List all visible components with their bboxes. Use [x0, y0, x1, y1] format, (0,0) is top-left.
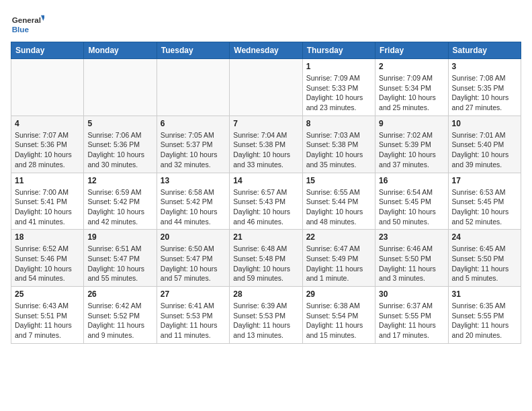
week-row-2: 4Sunrise: 7:07 AMSunset: 5:36 PMDaylight…: [11, 116, 521, 173]
day-cell: 6Sunrise: 7:05 AMSunset: 5:37 PMDaylight…: [157, 116, 229, 173]
weekday-header-tuesday: Tuesday: [157, 42, 229, 59]
day-info: Sunrise: 6:47 AMSunset: 5:49 PMDaylight:…: [306, 244, 371, 283]
calendar-table: SundayMondayTuesdayWednesdayThursdayFrid…: [11, 42, 521, 344]
day-cell: 28Sunrise: 6:39 AMSunset: 5:53 PMDayligh…: [230, 287, 302, 344]
day-cell: 14Sunrise: 6:57 AMSunset: 5:43 PMDayligh…: [230, 173, 302, 230]
day-cell: 18Sunrise: 6:52 AMSunset: 5:46 PMDayligh…: [11, 230, 84, 287]
day-cell: 13Sunrise: 6:58 AMSunset: 5:42 PMDayligh…: [157, 173, 229, 230]
weekday-header-friday: Friday: [375, 42, 448, 59]
day-number: 23: [379, 232, 444, 242]
day-info: Sunrise: 7:02 AMSunset: 5:39 PMDaylight:…: [379, 130, 444, 170]
svg-marker-2: [41, 15, 44, 21]
day-info: Sunrise: 6:57 AMSunset: 5:43 PMDaylight:…: [233, 187, 298, 227]
week-row-1: 1Sunrise: 7:09 AMSunset: 5:33 PMDaylight…: [11, 59, 521, 116]
day-number: 14: [233, 176, 298, 185]
day-info: Sunrise: 6:51 AMSunset: 5:47 PMDaylight:…: [87, 244, 152, 283]
day-info: Sunrise: 7:03 AMSunset: 5:38 PMDaylight:…: [306, 130, 371, 170]
day-info: Sunrise: 6:50 AMSunset: 5:47 PMDaylight:…: [161, 244, 226, 283]
day-info: Sunrise: 6:48 AMSunset: 5:48 PMDaylight:…: [233, 244, 298, 283]
week-row-4: 18Sunrise: 6:52 AMSunset: 5:46 PMDayligh…: [11, 230, 521, 287]
day-info: Sunrise: 7:04 AMSunset: 5:38 PMDaylight:…: [233, 130, 298, 170]
day-info: Sunrise: 6:37 AMSunset: 5:55 PMDaylight:…: [379, 301, 444, 340]
day-info: Sunrise: 6:42 AMSunset: 5:52 PMDaylight:…: [87, 301, 152, 340]
day-number: 8: [306, 119, 371, 128]
day-number: 19: [87, 232, 152, 242]
day-number: 15: [306, 176, 371, 185]
day-info: Sunrise: 7:09 AMSunset: 5:34 PMDaylight:…: [379, 73, 444, 113]
day-number: 25: [15, 289, 80, 299]
day-number: 9: [379, 119, 444, 128]
weekday-header-thursday: Thursday: [302, 42, 375, 59]
day-cell: 11Sunrise: 7:00 AMSunset: 5:41 PMDayligh…: [11, 173, 84, 230]
day-info: Sunrise: 6:43 AMSunset: 5:51 PMDaylight:…: [15, 301, 80, 340]
day-number: 2: [379, 62, 444, 71]
day-number: 12: [87, 176, 152, 185]
weekday-header-monday: Monday: [84, 42, 157, 59]
week-row-3: 11Sunrise: 7:00 AMSunset: 5:41 PMDayligh…: [11, 173, 521, 230]
header: General Blue: [11, 11, 521, 38]
day-number: 6: [161, 119, 226, 128]
day-info: Sunrise: 6:38 AMSunset: 5:54 PMDaylight:…: [306, 301, 371, 340]
day-cell: [11, 59, 84, 116]
day-info: Sunrise: 6:46 AMSunset: 5:50 PMDaylight:…: [379, 244, 444, 283]
day-cell: 8Sunrise: 7:03 AMSunset: 5:38 PMDaylight…: [302, 116, 375, 173]
day-cell: 3Sunrise: 7:08 AMSunset: 5:35 PMDaylight…: [448, 59, 521, 116]
weekday-header-wednesday: Wednesday: [230, 42, 302, 59]
svg-text:Blue: Blue: [12, 25, 30, 34]
day-cell: 26Sunrise: 6:42 AMSunset: 5:52 PMDayligh…: [84, 287, 157, 344]
day-number: 10: [452, 119, 517, 128]
day-number: 27: [161, 289, 226, 299]
header-row: SundayMondayTuesdayWednesdayThursdayFrid…: [11, 42, 521, 59]
day-info: Sunrise: 6:54 AMSunset: 5:45 PMDaylight:…: [379, 187, 444, 227]
day-cell: 12Sunrise: 6:59 AMSunset: 5:42 PMDayligh…: [84, 173, 157, 230]
day-info: Sunrise: 7:06 AMSunset: 5:36 PMDaylight:…: [87, 130, 152, 170]
day-cell: 23Sunrise: 6:46 AMSunset: 5:50 PMDayligh…: [375, 230, 448, 287]
day-number: 1: [306, 62, 371, 71]
day-number: 7: [233, 119, 298, 128]
day-cell: 16Sunrise: 6:54 AMSunset: 5:45 PMDayligh…: [375, 173, 448, 230]
day-cell: 1Sunrise: 7:09 AMSunset: 5:33 PMDaylight…: [302, 59, 375, 116]
day-cell: 9Sunrise: 7:02 AMSunset: 5:39 PMDaylight…: [375, 116, 448, 173]
day-number: 29: [306, 289, 371, 299]
day-cell: 5Sunrise: 7:06 AMSunset: 5:36 PMDaylight…: [84, 116, 157, 173]
day-number: 26: [87, 289, 152, 299]
day-cell: 29Sunrise: 6:38 AMSunset: 5:54 PMDayligh…: [302, 287, 375, 344]
day-number: 24: [452, 232, 517, 242]
weekday-header-sunday: Sunday: [11, 42, 84, 59]
day-info: Sunrise: 6:59 AMSunset: 5:42 PMDaylight:…: [87, 187, 152, 227]
day-cell: 31Sunrise: 6:35 AMSunset: 5:55 PMDayligh…: [448, 287, 521, 344]
weekday-header-saturday: Saturday: [448, 42, 521, 59]
day-cell: 24Sunrise: 6:45 AMSunset: 5:50 PMDayligh…: [448, 230, 521, 287]
day-cell: [157, 59, 229, 116]
day-number: 28: [233, 289, 298, 299]
day-cell: 21Sunrise: 6:48 AMSunset: 5:48 PMDayligh…: [230, 230, 302, 287]
day-cell: 25Sunrise: 6:43 AMSunset: 5:51 PMDayligh…: [11, 287, 84, 344]
day-number: 3: [452, 62, 517, 71]
day-number: 4: [15, 119, 80, 128]
day-info: Sunrise: 6:58 AMSunset: 5:42 PMDaylight:…: [161, 187, 226, 227]
day-cell: 15Sunrise: 6:55 AMSunset: 5:44 PMDayligh…: [302, 173, 375, 230]
day-number: 17: [452, 176, 517, 185]
logo: General Blue: [11, 11, 44, 38]
day-info: Sunrise: 7:07 AMSunset: 5:36 PMDaylight:…: [15, 130, 80, 170]
day-cell: 30Sunrise: 6:37 AMSunset: 5:55 PMDayligh…: [375, 287, 448, 344]
day-cell: 4Sunrise: 7:07 AMSunset: 5:36 PMDaylight…: [11, 116, 84, 173]
day-info: Sunrise: 7:09 AMSunset: 5:33 PMDaylight:…: [306, 73, 371, 113]
svg-text:General: General: [12, 15, 41, 24]
day-cell: 17Sunrise: 6:53 AMSunset: 5:45 PMDayligh…: [448, 173, 521, 230]
day-cell: 2Sunrise: 7:09 AMSunset: 5:34 PMDaylight…: [375, 59, 448, 116]
day-info: Sunrise: 7:00 AMSunset: 5:41 PMDaylight:…: [15, 187, 80, 227]
logo-svg: General Blue: [11, 11, 44, 38]
day-info: Sunrise: 6:45 AMSunset: 5:50 PMDaylight:…: [452, 244, 517, 283]
week-row-5: 25Sunrise: 6:43 AMSunset: 5:51 PMDayligh…: [11, 287, 521, 344]
day-number: 16: [379, 176, 444, 185]
day-cell: 27Sunrise: 6:41 AMSunset: 5:53 PMDayligh…: [157, 287, 229, 344]
day-number: 18: [15, 232, 80, 242]
day-info: Sunrise: 7:01 AMSunset: 5:40 PMDaylight:…: [452, 130, 517, 170]
day-cell: [84, 59, 157, 116]
day-cell: 10Sunrise: 7:01 AMSunset: 5:40 PMDayligh…: [448, 116, 521, 173]
day-number: 31: [452, 289, 517, 299]
day-cell: [230, 59, 302, 116]
day-number: 20: [161, 232, 226, 242]
day-cell: 19Sunrise: 6:51 AMSunset: 5:47 PMDayligh…: [84, 230, 157, 287]
